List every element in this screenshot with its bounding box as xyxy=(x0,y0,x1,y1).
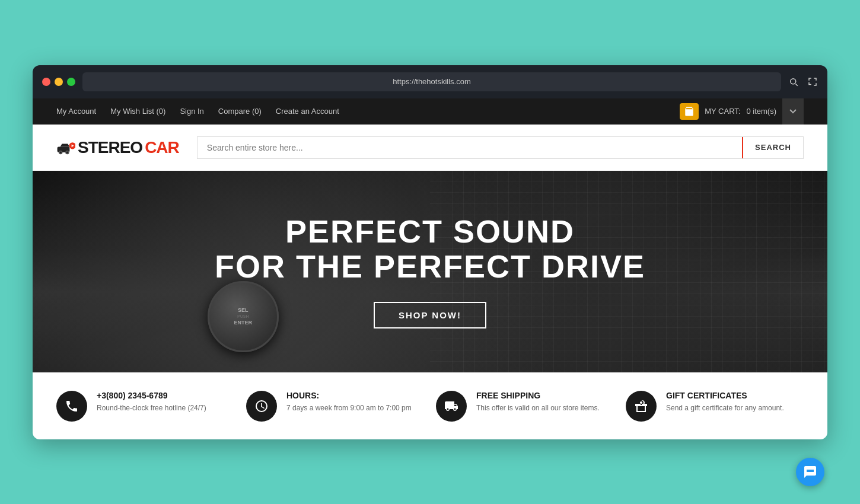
gift-icon xyxy=(634,399,648,413)
top-navigation: My Account My Wish List (0) Sign In Comp… xyxy=(33,98,827,125)
phone-icon xyxy=(65,399,79,413)
info-text-shipping: FREE SHIPPING This offer is valid on all… xyxy=(476,391,600,413)
info-text-phone: +3(800) 2345-6789 Round-the-clock free h… xyxy=(97,391,206,413)
svg-point-4 xyxy=(66,151,68,153)
close-button[interactable] xyxy=(42,78,50,86)
phone-text: Round-the-clock free hotline (24/7) xyxy=(97,403,206,413)
site-header: STEREOCAR SEARCH xyxy=(33,125,827,171)
chat-widget[interactable] xyxy=(796,458,824,486)
hero-content: PERFECT SOUND FOR THE PERFECT DRIVE SHOP… xyxy=(215,214,645,329)
fullscreen-icon[interactable] xyxy=(807,76,818,87)
shipping-heading: FREE SHIPPING xyxy=(476,391,600,400)
logo[interactable]: STEREOCAR xyxy=(56,138,179,157)
minimize-button[interactable] xyxy=(55,78,63,86)
wishlist-link[interactable]: My Wish List (0) xyxy=(110,107,165,116)
cart-icon xyxy=(684,106,695,117)
search-bar: SEARCH xyxy=(197,136,804,159)
clock-icon xyxy=(254,399,269,413)
phone-heading: +3(800) 2345-6789 xyxy=(97,391,206,400)
url-text: https://thehotskills.com xyxy=(393,77,471,86)
hero-title-line2: FOR THE PERFECT DRIVE xyxy=(215,249,645,284)
browser-chrome: https://thehotskills.com xyxy=(33,65,827,98)
gift-heading: GIFT CERTIFICATES xyxy=(666,391,784,400)
hours-text: 7 days a week from 9:00 am to 7:00 pm xyxy=(286,403,412,413)
browser-window: https://thehotskills.com My Account My W… xyxy=(33,65,827,439)
my-account-link[interactable]: My Account xyxy=(56,107,96,116)
info-text-hours: HOURS: 7 days a week from 9:00 am to 7:0… xyxy=(286,391,412,413)
dropdown-arrow[interactable] xyxy=(782,98,804,125)
gift-icon-wrap xyxy=(626,391,657,422)
shipping-text: This offer is valid on all our store ite… xyxy=(476,403,600,413)
search-input[interactable] xyxy=(198,137,742,158)
hero-banner: SEL PUSH ENTER PERFECT SOUND FOR THE PER… xyxy=(33,171,827,372)
truck-icon xyxy=(444,399,458,413)
svg-point-2 xyxy=(60,151,62,153)
clock-icon-wrap xyxy=(246,391,277,422)
search-icon[interactable] xyxy=(788,76,799,87)
phone-icon-wrap xyxy=(56,391,87,422)
hero-title-line1: PERFECT SOUND xyxy=(215,214,645,249)
info-bar: +3(800) 2345-6789 Round-the-clock free h… xyxy=(33,372,827,439)
compare-link[interactable]: Compare (0) xyxy=(218,107,262,116)
chat-icon xyxy=(803,465,817,479)
info-item-phone: +3(800) 2345-6789 Round-the-clock free h… xyxy=(56,391,234,422)
info-item-gift: GIFT CERTIFICATES Send a gift certificat… xyxy=(626,391,804,422)
hours-heading: HOURS: xyxy=(286,391,412,400)
browser-actions xyxy=(788,76,818,87)
cart-section[interactable]: MY CART: 0 item(s) xyxy=(680,98,804,125)
cart-icon-wrap xyxy=(680,103,699,120)
cart-count: 0 item(s) xyxy=(746,107,776,116)
info-item-shipping: FREE SHIPPING This offer is valid on all… xyxy=(436,391,614,422)
address-bar[interactable]: https://thehotskills.com xyxy=(82,72,781,91)
info-item-hours: HOURS: 7 days a week from 9:00 am to 7:0… xyxy=(246,391,424,422)
logo-icon xyxy=(56,138,75,157)
logo-stereo-text: STEREO xyxy=(78,138,142,157)
shop-now-button[interactable]: SHOP NOW! xyxy=(374,302,486,328)
traffic-lights xyxy=(42,78,75,86)
truck-icon-wrap xyxy=(436,391,467,422)
maximize-button[interactable] xyxy=(67,78,75,86)
gift-text: Send a gift certificate for any amount. xyxy=(666,403,784,413)
sign-in-link[interactable]: Sign In xyxy=(180,107,203,116)
info-text-gift: GIFT CERTIFICATES Send a gift certificat… xyxy=(666,391,784,413)
logo-car-text: CAR xyxy=(145,138,179,157)
create-account-link[interactable]: Create an Account xyxy=(276,107,339,116)
search-button[interactable]: SEARCH xyxy=(742,137,803,158)
top-nav-links: My Account My Wish List (0) Sign In Comp… xyxy=(56,107,339,116)
cart-label: MY CART: xyxy=(705,107,740,116)
